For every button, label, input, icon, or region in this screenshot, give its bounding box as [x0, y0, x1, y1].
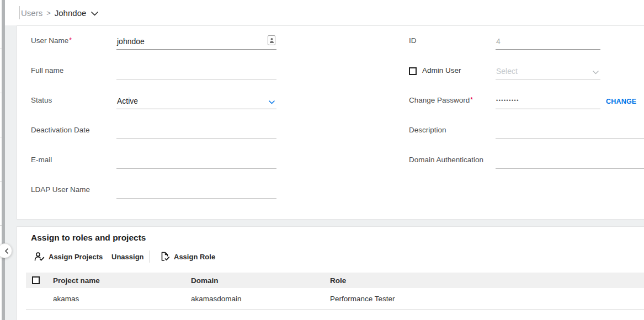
column-header-project-name[interactable]: Project name [53, 273, 100, 288]
column-header-role[interactable]: Role [330, 273, 346, 288]
domain-authentication-row: Domain Authentication [17, 147, 644, 169]
domain-authentication-label: Domain Authentication [409, 156, 483, 164]
projects-roles-table: Project name Domain Role akamas akamasdo… [26, 273, 644, 310]
assign-projects-label: Assign Projects [49, 253, 103, 261]
column-header-domain[interactable]: Domain [191, 273, 219, 288]
breadcrumb-current-user[interactable]: Johndoe [55, 8, 87, 18]
change-password-label: Change Password* [409, 96, 473, 104]
id-field: 4 [496, 31, 600, 50]
chevron-down-icon[interactable] [91, 12, 98, 16]
cell-project-name: akamas [53, 288, 79, 310]
chevron-left-icon [4, 248, 9, 254]
assign-role-button[interactable]: Assign Role [160, 249, 215, 264]
chevron-down-icon[interactable] [593, 71, 599, 74]
breadcrumb-bar: Users > Johndoe [5, 0, 644, 25]
cell-domain: akamasdomain [191, 288, 242, 310]
breadcrumb: Users > Johndoe [21, 0, 98, 25]
assign-roles-panel: Assign to roles and projects Assign Proj… [17, 226, 644, 320]
ldap-user-name-label: LDAP User Name [31, 185, 90, 194]
breadcrumb-separator: > [46, 9, 51, 17]
admin-user-select[interactable]: Select [496, 61, 600, 79]
id-label: ID [409, 36, 417, 45]
sidebar-scrollbar[interactable] [2, 0, 5, 320]
person-check-icon [34, 252, 45, 262]
description-input[interactable] [496, 120, 644, 139]
change-password-button[interactable]: CHANGE [606, 98, 636, 105]
ldap-user-name-input[interactable] [116, 180, 276, 199]
user-details-panel: User Name* johndoe Full name Status Acti… [17, 25, 644, 220]
toolbar-divider [150, 250, 150, 263]
domain-authentication-input[interactable] [496, 150, 644, 169]
required-asterisk: * [470, 96, 473, 104]
id-row: ID 4 [17, 28, 624, 50]
admin-user-checkbox[interactable] [409, 67, 417, 75]
password-field[interactable]: ••••••••• [496, 90, 600, 109]
user-detail-screen: Users > Johndoe User Name* johndoe Full … [0, 0, 644, 320]
cell-role: Performance Tester [330, 288, 395, 310]
unassign-button[interactable]: Unassign [111, 249, 144, 264]
assign-toolbar: Assign Projects Unassign Assign Role [17, 249, 644, 264]
table-header-row: Project name Domain Role [26, 273, 644, 288]
assign-role-label: Assign Role [174, 253, 215, 261]
description-label: Description [409, 126, 446, 134]
change-password-row: Change Password* ••••••••• CHANGE [17, 87, 624, 109]
breadcrumb-users-link[interactable]: Users [21, 8, 42, 18]
select-all-checkbox[interactable] [32, 276, 40, 284]
description-row: Description [17, 117, 644, 139]
admin-user-label: Admin User [422, 66, 461, 74]
password-dots: ••••••••• [496, 98, 519, 103]
assign-projects-button[interactable]: Assign Projects [34, 249, 103, 264]
table-row[interactable]: akamas akamasdomain Performance Tester [26, 288, 644, 310]
assign-section-title: Assign to roles and projects [31, 233, 146, 243]
text-caret [19, 6, 20, 19]
ldap-user-name-row: LDAP User Name [17, 177, 293, 199]
sidebar-collapse-button[interactable] [0, 243, 12, 258]
unassign-label: Unassign [111, 253, 144, 261]
admin-user-row: Admin User Select [17, 57, 624, 79]
page-check-icon [160, 252, 170, 262]
